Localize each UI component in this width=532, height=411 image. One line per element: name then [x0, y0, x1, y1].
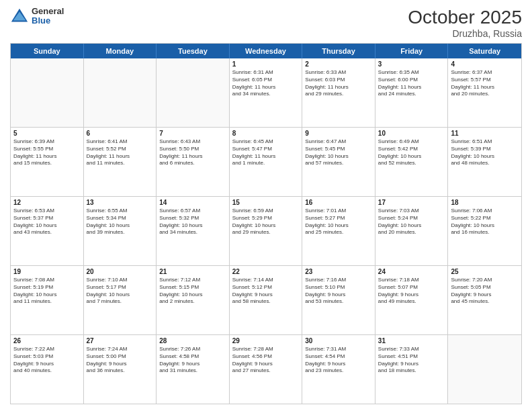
calendar-header: SundayMondayTuesdayWednesdayThursdayFrid…: [11, 44, 521, 58]
day-number: 28: [159, 337, 226, 345]
day-header: Wednesday: [230, 44, 303, 58]
day-number: 10: [378, 130, 445, 137]
day-info: Sunrise: 6:51 AM Sunset: 5:39 PM Dayligh…: [451, 138, 519, 167]
day-header: Sunday: [11, 44, 84, 58]
calendar-cell: 9Sunrise: 6:47 AM Sunset: 5:45 PM Daylig…: [302, 128, 375, 196]
day-info: Sunrise: 7:12 AM Sunset: 5:15 PM Dayligh…: [159, 277, 226, 306]
subtitle: Druzhba, Russia: [408, 28, 522, 39]
day-header: Tuesday: [157, 44, 230, 58]
day-info: Sunrise: 7:24 AM Sunset: 5:00 PM Dayligh…: [87, 346, 154, 375]
day-info: Sunrise: 6:59 AM Sunset: 5:29 PM Dayligh…: [232, 208, 300, 236]
month-title: October 2025: [408, 7, 522, 28]
calendar-row: 5Sunrise: 6:39 AM Sunset: 5:55 PM Daylig…: [11, 128, 521, 197]
day-info: Sunrise: 7:18 AM Sunset: 5:07 PM Dayligh…: [378, 277, 445, 306]
day-number: 7: [159, 130, 226, 137]
calendar: SundayMondayTuesdayWednesdayThursdayFrid…: [10, 43, 522, 404]
calendar-cell: 10Sunrise: 6:49 AM Sunset: 5:42 PM Dayli…: [375, 128, 449, 196]
day-info: Sunrise: 7:14 AM Sunset: 5:12 PM Dayligh…: [232, 277, 300, 306]
calendar-cell: 21Sunrise: 7:12 AM Sunset: 5:15 PM Dayli…: [157, 266, 230, 334]
calendar-cell: 15Sunrise: 6:59 AM Sunset: 5:29 PM Dayli…: [230, 197, 303, 265]
day-number: 21: [159, 268, 226, 275]
calendar-cell: 12Sunrise: 6:53 AM Sunset: 5:37 PM Dayli…: [11, 197, 84, 265]
calendar-cell: 1Sunrise: 6:31 AM Sunset: 6:05 PM Daylig…: [230, 58, 303, 127]
day-info: Sunrise: 7:03 AM Sunset: 5:24 PM Dayligh…: [378, 208, 445, 236]
day-number: 15: [232, 199, 300, 206]
page: General Blue October 2025 Druzhba, Russi…: [0, 0, 532, 411]
day-info: Sunrise: 7:20 AM Sunset: 5:05 PM Dayligh…: [451, 277, 519, 306]
calendar-cell: 7Sunrise: 6:43 AM Sunset: 5:50 PM Daylig…: [157, 128, 230, 196]
calendar-cell: 28Sunrise: 7:26 AM Sunset: 4:58 PM Dayli…: [157, 335, 230, 404]
day-number: 30: [305, 337, 372, 345]
day-info: Sunrise: 7:28 AM Sunset: 4:56 PM Dayligh…: [232, 346, 300, 375]
day-info: Sunrise: 7:08 AM Sunset: 5:19 PM Dayligh…: [13, 277, 81, 306]
logo-general: General: [32, 7, 64, 16]
day-header: Friday: [375, 44, 449, 58]
day-number: 5: [13, 130, 81, 137]
day-info: Sunrise: 6:39 AM Sunset: 5:55 PM Dayligh…: [13, 138, 81, 167]
calendar-cell: 26Sunrise: 7:22 AM Sunset: 5:03 PM Dayli…: [11, 335, 84, 404]
day-number: 27: [87, 337, 154, 345]
calendar-cell: 30Sunrise: 7:31 AM Sunset: 4:54 PM Dayli…: [302, 335, 375, 404]
day-number: 23: [305, 268, 372, 275]
day-number: 16: [305, 199, 372, 206]
day-number: 8: [232, 130, 300, 137]
day-info: Sunrise: 6:47 AM Sunset: 5:45 PM Dayligh…: [305, 138, 372, 167]
day-info: Sunrise: 6:41 AM Sunset: 5:52 PM Dayligh…: [87, 138, 154, 167]
day-number: 31: [378, 337, 445, 345]
calendar-cell: [448, 335, 521, 404]
day-number: 1: [232, 60, 300, 68]
day-info: Sunrise: 7:31 AM Sunset: 4:54 PM Dayligh…: [305, 346, 372, 375]
calendar-cell: 16Sunrise: 7:01 AM Sunset: 5:27 PM Dayli…: [302, 197, 375, 265]
calendar-row: 1Sunrise: 6:31 AM Sunset: 6:05 PM Daylig…: [11, 58, 521, 128]
day-number: 9: [305, 130, 372, 137]
header: General Blue October 2025 Druzhba, Russi…: [10, 7, 522, 39]
calendar-cell: [84, 58, 157, 127]
day-info: Sunrise: 7:16 AM Sunset: 5:10 PM Dayligh…: [305, 277, 372, 306]
title-block: October 2025 Druzhba, Russia: [408, 7, 522, 39]
day-number: 22: [232, 268, 300, 275]
day-header: Thursday: [302, 44, 375, 58]
day-number: 6: [87, 130, 154, 137]
day-number: 14: [159, 199, 226, 206]
calendar-cell: 31Sunrise: 7:33 AM Sunset: 4:51 PM Dayli…: [375, 335, 449, 404]
day-info: Sunrise: 6:55 AM Sunset: 5:34 PM Dayligh…: [87, 208, 154, 236]
calendar-cell: 5Sunrise: 6:39 AM Sunset: 5:55 PM Daylig…: [11, 128, 84, 196]
calendar-cell: 3Sunrise: 6:35 AM Sunset: 6:00 PM Daylig…: [375, 58, 449, 127]
day-number: 4: [451, 60, 519, 68]
day-info: Sunrise: 6:57 AM Sunset: 5:32 PM Dayligh…: [159, 208, 226, 236]
calendar-cell: 6Sunrise: 6:41 AM Sunset: 5:52 PM Daylig…: [84, 128, 157, 196]
day-header: Monday: [84, 44, 157, 58]
logo: General Blue: [10, 7, 64, 26]
logo-icon: [10, 7, 29, 26]
day-info: Sunrise: 6:45 AM Sunset: 5:47 PM Dayligh…: [232, 138, 300, 167]
calendar-body: 1Sunrise: 6:31 AM Sunset: 6:05 PM Daylig…: [11, 58, 521, 404]
day-number: 26: [13, 337, 81, 345]
day-info: Sunrise: 6:49 AM Sunset: 5:42 PM Dayligh…: [378, 138, 445, 167]
day-info: Sunrise: 7:01 AM Sunset: 5:27 PM Dayligh…: [305, 208, 372, 236]
calendar-cell: 18Sunrise: 7:06 AM Sunset: 5:22 PM Dayli…: [448, 197, 521, 265]
day-number: 20: [87, 268, 154, 275]
day-number: 24: [378, 268, 445, 275]
day-number: 2: [305, 60, 372, 68]
day-info: Sunrise: 7:26 AM Sunset: 4:58 PM Dayligh…: [159, 346, 226, 375]
calendar-cell: [157, 58, 230, 127]
calendar-cell: 17Sunrise: 7:03 AM Sunset: 5:24 PM Dayli…: [375, 197, 449, 265]
day-number: 25: [451, 268, 519, 275]
logo-text: General Blue: [32, 7, 64, 26]
day-number: 11: [451, 130, 519, 137]
calendar-row: 26Sunrise: 7:22 AM Sunset: 5:03 PM Dayli…: [11, 335, 521, 404]
calendar-cell: 23Sunrise: 7:16 AM Sunset: 5:10 PM Dayli…: [302, 266, 375, 334]
day-info: Sunrise: 6:37 AM Sunset: 5:57 PM Dayligh…: [451, 69, 519, 98]
day-info: Sunrise: 7:06 AM Sunset: 5:22 PM Dayligh…: [451, 208, 519, 236]
calendar-cell: 14Sunrise: 6:57 AM Sunset: 5:32 PM Dayli…: [157, 197, 230, 265]
calendar-cell: 13Sunrise: 6:55 AM Sunset: 5:34 PM Dayli…: [84, 197, 157, 265]
calendar-cell: [11, 58, 84, 127]
calendar-cell: 22Sunrise: 7:14 AM Sunset: 5:12 PM Dayli…: [230, 266, 303, 334]
logo-blue: Blue: [32, 16, 64, 26]
day-number: 13: [87, 199, 154, 206]
calendar-row: 12Sunrise: 6:53 AM Sunset: 5:37 PM Dayli…: [11, 197, 521, 266]
day-info: Sunrise: 6:43 AM Sunset: 5:50 PM Dayligh…: [159, 138, 226, 167]
calendar-row: 19Sunrise: 7:08 AM Sunset: 5:19 PM Dayli…: [11, 266, 521, 335]
day-number: 12: [13, 199, 81, 206]
day-number: 17: [378, 199, 445, 206]
